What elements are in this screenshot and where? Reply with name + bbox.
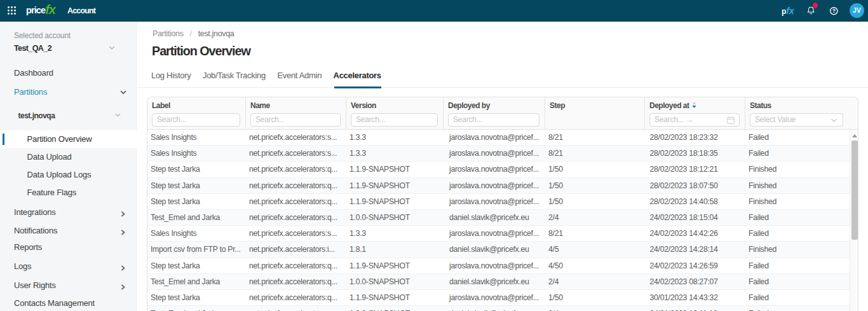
svg-text:?: ?	[832, 8, 836, 14]
